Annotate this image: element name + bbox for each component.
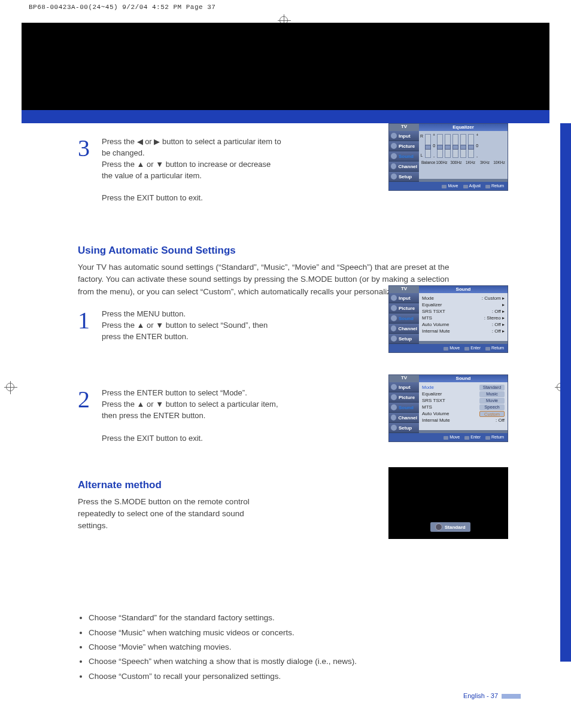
smode-label: Standard bbox=[445, 525, 466, 530]
mode-option[interactable]: Music bbox=[479, 391, 505, 397]
setup-icon bbox=[391, 425, 397, 431]
mode-option[interactable]: Standard bbox=[479, 385, 505, 391]
osd-title: Sound bbox=[419, 375, 508, 382]
osd-row[interactable]: Equalizer▸ bbox=[422, 301, 505, 308]
sound-icon bbox=[391, 404, 397, 410]
step-number: 1 bbox=[78, 309, 95, 343]
osd-title: Equalizer bbox=[419, 124, 508, 131]
osd-side-item[interactable]: Input bbox=[389, 382, 419, 392]
osd-footer: Move Enter Return bbox=[389, 433, 508, 441]
sound-icon bbox=[391, 315, 397, 321]
list-item: Choose “Movie” when watching movies. bbox=[89, 640, 535, 654]
page-number: English - 37 bbox=[78, 692, 535, 699]
osd-row[interactable]: ModeStandard bbox=[422, 384, 505, 391]
eq-slider[interactable] bbox=[425, 134, 431, 158]
osd-side-item[interactable]: Sound bbox=[389, 403, 419, 413]
eq-plus-label: + bbox=[433, 132, 435, 138]
mode-option[interactable]: Speech bbox=[479, 404, 505, 410]
step-text: Press the ENTER button to select “Mode”.… bbox=[102, 388, 281, 444]
osd-side-item[interactable]: Channel bbox=[389, 162, 419, 172]
osd-equalizer: TV Equalizer Input Picture Sound Channel… bbox=[388, 123, 508, 191]
mode-option-selected[interactable]: Custom bbox=[479, 411, 505, 417]
section-body: Press the S.MODE button on the remote co… bbox=[78, 496, 263, 532]
osd-side-item[interactable]: Picture bbox=[389, 141, 419, 151]
step-line: Press the ENTER button to select “Mode”. bbox=[102, 388, 247, 397]
osd-side-item[interactable]: Sound bbox=[389, 151, 419, 162]
eq-slider[interactable] bbox=[468, 134, 474, 158]
osd-sidebar: Input Picture Sound Channel Setup bbox=[389, 131, 419, 182]
osd-title: Sound bbox=[419, 286, 508, 293]
osd-side-item[interactable]: Picture bbox=[389, 392, 419, 403]
osd-row[interactable]: Auto VolumeCustom bbox=[422, 410, 505, 417]
osd-hint: Adjust bbox=[463, 184, 481, 188]
mode-option[interactable]: Movie bbox=[479, 398, 505, 404]
list-item: Choose “Standard” for the standard facto… bbox=[89, 611, 535, 625]
chevron-right-icon: ▸ bbox=[502, 302, 505, 307]
osd-hint: Return bbox=[485, 184, 504, 188]
input-icon bbox=[391, 384, 397, 390]
osd-side-item[interactable]: Setup bbox=[389, 334, 419, 344]
osd-footer: Move Enter Return bbox=[389, 344, 508, 352]
osd-row[interactable]: MTSSpeech bbox=[422, 404, 505, 410]
eq-slider[interactable] bbox=[452, 134, 458, 158]
osd-row[interactable]: Auto Volume: Off ▸ bbox=[422, 321, 505, 328]
eq-slider[interactable] bbox=[445, 134, 451, 158]
eq-band-labels: Balance 100Hz 300Hz 1KHz 3KHz 10KHz bbox=[420, 160, 506, 165]
step-line: Press the ▲ or ▼ button to select “Sound… bbox=[102, 321, 268, 341]
eq-zero-label: 0 bbox=[476, 143, 478, 149]
osd-side-item[interactable]: Picture bbox=[389, 303, 419, 313]
channel-icon bbox=[391, 163, 396, 169]
osd FMT-hint: Return bbox=[485, 435, 504, 439]
step-line: Press the ▲ or ▼ button to select a part… bbox=[102, 400, 278, 420]
osd-row[interactable]: Internal Mute: Off bbox=[422, 417, 505, 424]
osd-smode-overlay: Standard bbox=[388, 467, 508, 539]
osd-main: Mode: Custom ▸ Equalizer▸ SRS TSXT: Off … bbox=[419, 293, 508, 341]
step-text: Press the ◀ or ▶ button to select a part… bbox=[102, 136, 281, 204]
osd-sound-mode: TV Sound Input Picture Sound Channel Set… bbox=[388, 374, 508, 442]
osd-row[interactable]: EqualizerMusic bbox=[422, 391, 505, 397]
picture-icon bbox=[391, 305, 397, 311]
input-icon bbox=[391, 133, 397, 139]
crop-mark-bottom bbox=[0, 723, 571, 728]
osd-footer: Move Adjust Return bbox=[389, 182, 508, 190]
page-content: 3 Press the ◀ or ▶ button to select a pa… bbox=[0, 123, 571, 699]
eq-slider[interactable] bbox=[437, 134, 443, 158]
osd-row[interactable]: Internal Mute: Off ▸ bbox=[422, 328, 505, 334]
osd-row[interactable]: Mode: Custom ▸ bbox=[422, 295, 505, 301]
osd-tv-label: TV bbox=[389, 375, 419, 380]
eq-plus-label: + bbox=[476, 132, 478, 138]
osd-side-item[interactable]: Channel bbox=[389, 324, 419, 334]
osd-row[interactable]: SRS TSXT: Off ▸ bbox=[422, 308, 505, 315]
osd-sidebar: Input Picture Sound Channel Setup bbox=[389, 382, 419, 433]
notes-list: Choose “Standard” for the standard facto… bbox=[89, 611, 535, 683]
step-number: 3 bbox=[78, 136, 95, 204]
list-item: Choose “Custom” to recall your personali… bbox=[89, 669, 535, 684]
osd-tv-label: TV bbox=[389, 124, 419, 129]
list-item: Choose “Music” when watching music video… bbox=[89, 626, 535, 640]
eq-minus-label: - bbox=[433, 154, 435, 160]
section-heading: Using Automatic Sound Settings bbox=[78, 245, 535, 257]
picture-icon bbox=[391, 394, 397, 400]
osd-side-item[interactable]: Setup bbox=[389, 172, 419, 182]
osd-sound-menu: TV Sound Input Picture Sound Channel Set… bbox=[388, 285, 508, 353]
osd-row[interactable]: SRS TSXTMovie bbox=[422, 397, 505, 404]
osd-side-item[interactable]: Channel bbox=[389, 413, 419, 423]
step-line: Press the ◀ or ▶ button to select a part… bbox=[102, 137, 281, 157]
osd-side-item[interactable]: Input bbox=[389, 131, 419, 141]
osd-side-item[interactable]: Setup bbox=[389, 423, 419, 433]
osd-side-item[interactable]: Sound bbox=[389, 313, 419, 324]
osd-hint: Move bbox=[444, 346, 460, 350]
osd-side-item[interactable]: Input bbox=[389, 293, 419, 303]
eq-l-label: L bbox=[420, 153, 423, 159]
eq-slider[interactable] bbox=[460, 134, 466, 158]
setup-icon bbox=[391, 173, 397, 179]
osd-row[interactable]: MTS: Stereo ▸ bbox=[422, 315, 505, 321]
osd-hint: Return bbox=[485, 346, 504, 350]
chevron-right-icon: ▸ bbox=[502, 322, 505, 327]
eq-zero-label: 0 bbox=[433, 143, 435, 149]
blue-side-bar bbox=[560, 123, 571, 662]
step-number: 2 bbox=[78, 388, 95, 444]
print-header: BP68-00423A-00(24~45) 9/2/04 4:52 PM Pag… bbox=[0, 0, 571, 14]
page-accent-bar bbox=[502, 694, 521, 699]
osd-hint: Enter bbox=[464, 435, 481, 439]
